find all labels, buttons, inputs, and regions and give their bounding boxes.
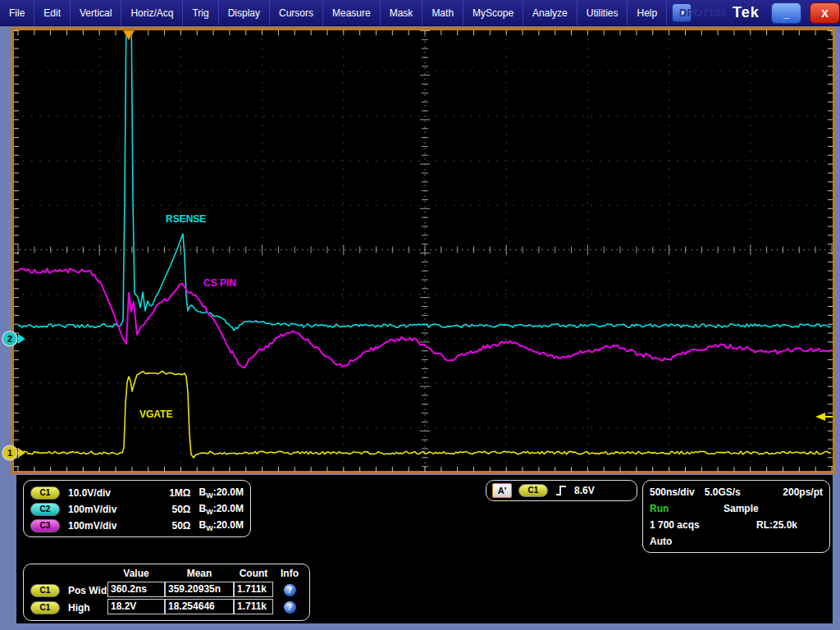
oscilloscope-app: { "window": { "model": "DPO7104", "brand… (0, 0, 840, 630)
channel-row-c2: C2 100mV/div 50Ω BW:20.0M (30, 501, 244, 518)
acquisition-mode: Sample (724, 503, 759, 514)
meas-row2-value: 18.2V (107, 599, 165, 614)
meas-row1-source-badge[interactable]: C1 (30, 584, 60, 597)
menu-item-file[interactable]: File (0, 0, 34, 25)
c1-scale[interactable]: 10.0V/div (68, 487, 153, 499)
acquisition-count: 1 700 acqs (650, 519, 756, 531)
minimize-button[interactable]: _ (771, 2, 801, 24)
meas-row1-info: ? (273, 582, 306, 599)
meas-header-count: Count (234, 566, 273, 582)
timebase-value[interactable]: 500ns/div (650, 486, 695, 498)
channel-row-c1: C1 10.0V/div 1MΩ BW:20.0M (30, 485, 244, 501)
trace-label-cspin: CS PIN (203, 277, 236, 289)
c2-bandwidth: BW:20.0M (199, 503, 244, 516)
trigger-level-value: 8.6V (574, 485, 595, 496)
meas-header-value: Value (107, 566, 165, 582)
c1-impedance: 1MΩ (153, 487, 191, 499)
close-button[interactable]: X (810, 2, 840, 24)
meas-header-mean: Mean (165, 566, 234, 582)
meas-row2-count: 1.711k (234, 599, 273, 614)
tek-logo: Tek (733, 4, 760, 21)
readout-area: C1 10.0V/div 1MΩ BW:20.0M C2 100mV/div 5… (16, 475, 833, 623)
menu-item-cursors[interactable]: Cursors (270, 0, 323, 25)
measurement-panel: Value Mean Count Info C1 Pos Wid 360.2ns… (23, 564, 310, 621)
menu-item-analyze[interactable]: Analyze (523, 0, 578, 25)
horizontal-readout-panel: 500ns/div 5.0GS/s 200ps/pt Run Sample 1 … (642, 480, 830, 553)
trace-label-rsense: RSENSE (166, 213, 206, 225)
menu-item-mask[interactable]: Mask (381, 0, 423, 25)
trigger-source-badge: C1 (518, 484, 548, 497)
c2-impedance: 50Ω (153, 504, 191, 515)
menu-item-math[interactable]: Math (422, 0, 463, 25)
meas-row2-name: C1 High (27, 599, 107, 616)
info-icon[interactable]: ? (284, 584, 296, 596)
menu-item-edit[interactable]: Edit (34, 0, 71, 25)
meas-row2-mean: 18.254646 (165, 599, 234, 614)
rising-edge-icon (555, 484, 568, 497)
trigger-mode: Auto (650, 536, 672, 547)
graticule (14, 30, 833, 471)
meas-row2-source-badge[interactable]: C1 (30, 601, 60, 614)
resolution-value: 200ps/pt (783, 486, 823, 498)
meas-header-info: Info (273, 566, 306, 582)
meas-row2-info: ? (273, 599, 306, 616)
channel-row-c3: C3 100mV/div 50Ω BW:20.0M (30, 518, 244, 534)
c3-scale[interactable]: 100mV/div (68, 520, 153, 532)
meas-header-blank (27, 566, 107, 582)
info-icon[interactable]: ? (284, 601, 296, 614)
menu-item-myscope[interactable]: MyScope (463, 0, 523, 25)
channel-badge-c1[interactable]: C1 (30, 486, 60, 500)
meas-row1-name: C1 Pos Wid (27, 582, 107, 599)
model-label: DPO7104 (679, 7, 726, 19)
menu-item-trig[interactable]: Trig (183, 0, 218, 25)
c3-bandwidth: BW:20.0M (199, 519, 244, 532)
trace-label-vgate: VGATE (139, 409, 172, 420)
trigger-readout-panel[interactable]: A' C1 8.6V (486, 480, 637, 501)
menu-item-display[interactable]: Display (219, 0, 270, 25)
c2-scale[interactable]: 100mV/div (68, 504, 153, 515)
meas-row1-value: 360.2ns (107, 582, 165, 597)
meas-row1-mean: 359.20935n (165, 582, 234, 597)
c3-impedance: 50Ω (153, 520, 191, 532)
channel-settings-panel: C1 10.0V/div 1MΩ BW:20.0M C2 100mV/div 5… (23, 480, 251, 537)
acquisition-state: Run (650, 503, 697, 514)
menu-item-horiz-acq[interactable]: Horiz/Acq (121, 0, 183, 25)
menu-item-vertical[interactable]: Vertical (71, 0, 121, 25)
meas-row1-count: 1.711k (234, 582, 273, 597)
sample-rate-value: 5.0GS/s (705, 486, 741, 498)
c1-bandwidth: BW:20.0M (199, 486, 244, 500)
menu-bar: File Edit Vertical Horiz/Acq Trig Displa… (0, 0, 840, 26)
menu-item-measure[interactable]: Measure (323, 0, 381, 25)
menu-item-help[interactable]: Help (628, 0, 667, 25)
channel-badge-c3[interactable]: C3 (30, 519, 60, 532)
record-length: RL:25.0k (756, 519, 797, 531)
waveform-display: RSENSE CS PIN VGATE 2 1 (0, 26, 840, 475)
menu-item-utilities[interactable]: Utilities (578, 0, 628, 25)
channel-badge-c2[interactable]: C2 (30, 503, 60, 516)
svg-text:1: 1 (7, 448, 12, 458)
trigger-a-badge: A' (492, 483, 512, 498)
svg-text:2: 2 (7, 334, 12, 344)
